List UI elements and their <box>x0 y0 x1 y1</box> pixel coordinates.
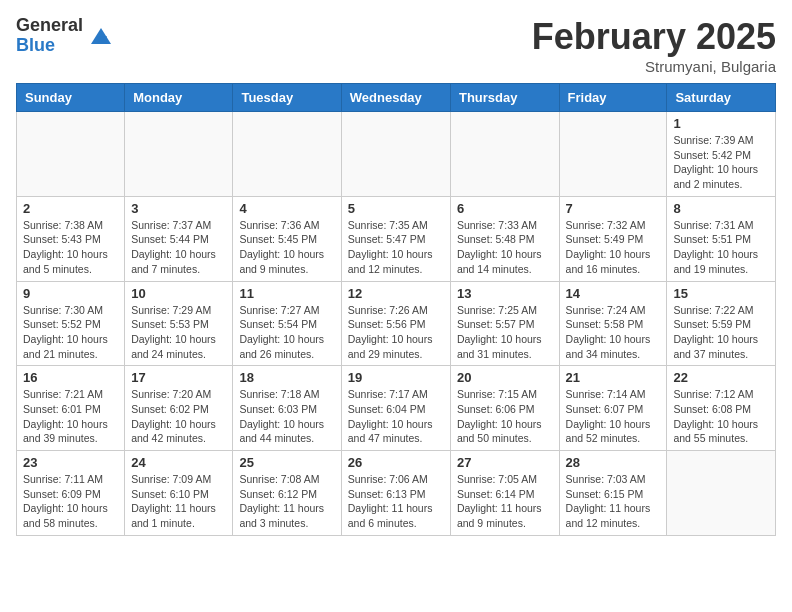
calendar-day: 25Sunrise: 7:08 AM Sunset: 6:12 PM Dayli… <box>233 451 341 536</box>
page-header: General Blue February 2025 Strumyani, Bu… <box>16 16 776 75</box>
day-number: 9 <box>23 286 118 301</box>
day-info: Sunrise: 7:33 AM Sunset: 5:48 PM Dayligh… <box>457 218 553 277</box>
calendar-table: SundayMondayTuesdayWednesdayThursdayFrid… <box>16 83 776 536</box>
calendar-day: 4Sunrise: 7:36 AM Sunset: 5:45 PM Daylig… <box>233 196 341 281</box>
calendar-day: 5Sunrise: 7:35 AM Sunset: 5:47 PM Daylig… <box>341 196 450 281</box>
calendar-day: 19Sunrise: 7:17 AM Sunset: 6:04 PM Dayli… <box>341 366 450 451</box>
day-info: Sunrise: 7:38 AM Sunset: 5:43 PM Dayligh… <box>23 218 118 277</box>
day-number: 28 <box>566 455 661 470</box>
month-title: February 2025 <box>532 16 776 58</box>
day-number: 7 <box>566 201 661 216</box>
day-number: 13 <box>457 286 553 301</box>
day-number: 1 <box>673 116 769 131</box>
day-info: Sunrise: 7:31 AM Sunset: 5:51 PM Dayligh… <box>673 218 769 277</box>
weekday-header: Friday <box>559 84 667 112</box>
svg-marker-1 <box>97 36 107 44</box>
calendar-day: 18Sunrise: 7:18 AM Sunset: 6:03 PM Dayli… <box>233 366 341 451</box>
empty-day <box>17 112 125 197</box>
weekday-header: Tuesday <box>233 84 341 112</box>
weekday-header: Sunday <box>17 84 125 112</box>
calendar-day: 13Sunrise: 7:25 AM Sunset: 5:57 PM Dayli… <box>450 281 559 366</box>
day-number: 22 <box>673 370 769 385</box>
title-area: February 2025 Strumyani, Bulgaria <box>532 16 776 75</box>
empty-day <box>125 112 233 197</box>
day-info: Sunrise: 7:22 AM Sunset: 5:59 PM Dayligh… <box>673 303 769 362</box>
day-info: Sunrise: 7:26 AM Sunset: 5:56 PM Dayligh… <box>348 303 444 362</box>
calendar-day: 27Sunrise: 7:05 AM Sunset: 6:14 PM Dayli… <box>450 451 559 536</box>
day-info: Sunrise: 7:09 AM Sunset: 6:10 PM Dayligh… <box>131 472 226 531</box>
day-info: Sunrise: 7:05 AM Sunset: 6:14 PM Dayligh… <box>457 472 553 531</box>
day-number: 8 <box>673 201 769 216</box>
day-number: 19 <box>348 370 444 385</box>
day-number: 3 <box>131 201 226 216</box>
day-number: 20 <box>457 370 553 385</box>
logo-general: General <box>16 16 83 36</box>
day-info: Sunrise: 7:30 AM Sunset: 5:52 PM Dayligh… <box>23 303 118 362</box>
day-number: 4 <box>239 201 334 216</box>
empty-day <box>341 112 450 197</box>
day-number: 11 <box>239 286 334 301</box>
calendar-day: 1Sunrise: 7:39 AM Sunset: 5:42 PM Daylig… <box>667 112 776 197</box>
empty-day <box>559 112 667 197</box>
day-info: Sunrise: 7:08 AM Sunset: 6:12 PM Dayligh… <box>239 472 334 531</box>
day-number: 10 <box>131 286 226 301</box>
calendar-day: 22Sunrise: 7:12 AM Sunset: 6:08 PM Dayli… <box>667 366 776 451</box>
day-number: 21 <box>566 370 661 385</box>
empty-day <box>233 112 341 197</box>
day-number: 16 <box>23 370 118 385</box>
day-number: 5 <box>348 201 444 216</box>
day-info: Sunrise: 7:12 AM Sunset: 6:08 PM Dayligh… <box>673 387 769 446</box>
empty-day <box>450 112 559 197</box>
day-number: 25 <box>239 455 334 470</box>
weekday-header: Wednesday <box>341 84 450 112</box>
day-number: 14 <box>566 286 661 301</box>
weekday-header: Saturday <box>667 84 776 112</box>
day-info: Sunrise: 7:37 AM Sunset: 5:44 PM Dayligh… <box>131 218 226 277</box>
calendar-day: 24Sunrise: 7:09 AM Sunset: 6:10 PM Dayli… <box>125 451 233 536</box>
logo-text: General Blue <box>16 16 83 56</box>
day-number: 26 <box>348 455 444 470</box>
day-number: 17 <box>131 370 226 385</box>
calendar-day: 12Sunrise: 7:26 AM Sunset: 5:56 PM Dayli… <box>341 281 450 366</box>
calendar-day: 21Sunrise: 7:14 AM Sunset: 6:07 PM Dayli… <box>559 366 667 451</box>
day-number: 2 <box>23 201 118 216</box>
weekday-header: Monday <box>125 84 233 112</box>
day-info: Sunrise: 7:24 AM Sunset: 5:58 PM Dayligh… <box>566 303 661 362</box>
day-number: 6 <box>457 201 553 216</box>
calendar-day: 10Sunrise: 7:29 AM Sunset: 5:53 PM Dayli… <box>125 281 233 366</box>
calendar-day: 28Sunrise: 7:03 AM Sunset: 6:15 PM Dayli… <box>559 451 667 536</box>
calendar-day: 7Sunrise: 7:32 AM Sunset: 5:49 PM Daylig… <box>559 196 667 281</box>
day-info: Sunrise: 7:14 AM Sunset: 6:07 PM Dayligh… <box>566 387 661 446</box>
day-info: Sunrise: 7:06 AM Sunset: 6:13 PM Dayligh… <box>348 472 444 531</box>
empty-day <box>667 451 776 536</box>
calendar-day: 17Sunrise: 7:20 AM Sunset: 6:02 PM Dayli… <box>125 366 233 451</box>
day-info: Sunrise: 7:25 AM Sunset: 5:57 PM Dayligh… <box>457 303 553 362</box>
day-info: Sunrise: 7:11 AM Sunset: 6:09 PM Dayligh… <box>23 472 118 531</box>
calendar-day: 6Sunrise: 7:33 AM Sunset: 5:48 PM Daylig… <box>450 196 559 281</box>
calendar-day: 16Sunrise: 7:21 AM Sunset: 6:01 PM Dayli… <box>17 366 125 451</box>
day-number: 24 <box>131 455 226 470</box>
logo: General Blue <box>16 16 115 56</box>
logo-blue: Blue <box>16 36 83 56</box>
day-info: Sunrise: 7:39 AM Sunset: 5:42 PM Dayligh… <box>673 133 769 192</box>
day-info: Sunrise: 7:35 AM Sunset: 5:47 PM Dayligh… <box>348 218 444 277</box>
day-number: 15 <box>673 286 769 301</box>
calendar-day: 2Sunrise: 7:38 AM Sunset: 5:43 PM Daylig… <box>17 196 125 281</box>
day-number: 12 <box>348 286 444 301</box>
calendar-day: 8Sunrise: 7:31 AM Sunset: 5:51 PM Daylig… <box>667 196 776 281</box>
day-number: 27 <box>457 455 553 470</box>
weekday-header: Thursday <box>450 84 559 112</box>
logo-icon <box>87 22 115 50</box>
calendar-day: 3Sunrise: 7:37 AM Sunset: 5:44 PM Daylig… <box>125 196 233 281</box>
day-number: 18 <box>239 370 334 385</box>
day-info: Sunrise: 7:18 AM Sunset: 6:03 PM Dayligh… <box>239 387 334 446</box>
location-subtitle: Strumyani, Bulgaria <box>532 58 776 75</box>
calendar-day: 15Sunrise: 7:22 AM Sunset: 5:59 PM Dayli… <box>667 281 776 366</box>
calendar-day: 26Sunrise: 7:06 AM Sunset: 6:13 PM Dayli… <box>341 451 450 536</box>
day-info: Sunrise: 7:36 AM Sunset: 5:45 PM Dayligh… <box>239 218 334 277</box>
day-info: Sunrise: 7:03 AM Sunset: 6:15 PM Dayligh… <box>566 472 661 531</box>
calendar-day: 20Sunrise: 7:15 AM Sunset: 6:06 PM Dayli… <box>450 366 559 451</box>
calendar-day: 11Sunrise: 7:27 AM Sunset: 5:54 PM Dayli… <box>233 281 341 366</box>
day-info: Sunrise: 7:15 AM Sunset: 6:06 PM Dayligh… <box>457 387 553 446</box>
day-info: Sunrise: 7:17 AM Sunset: 6:04 PM Dayligh… <box>348 387 444 446</box>
